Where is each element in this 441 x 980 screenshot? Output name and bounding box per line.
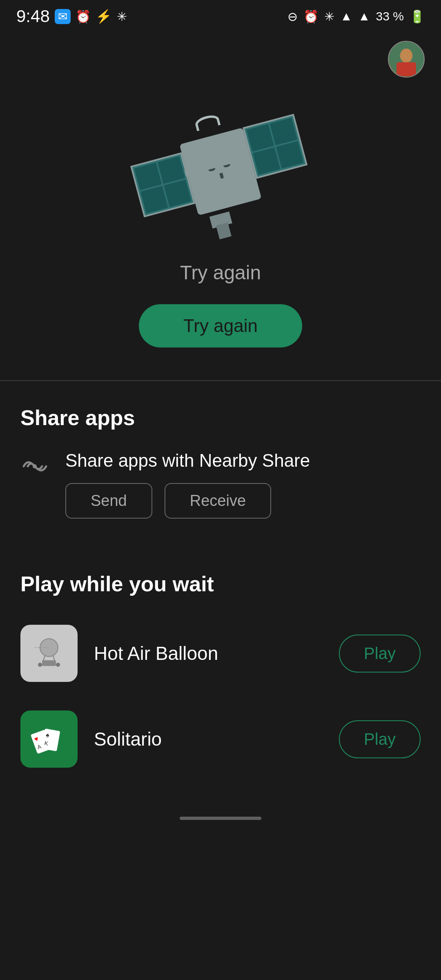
play-section: Play while you wait Hot Air Balloon Play [0, 555, 441, 804]
satellite-wrapper [121, 86, 321, 257]
signal-icon: ▲ [358, 9, 370, 23]
solitaire-game-name: Solitario [94, 728, 323, 750]
svg-point-4 [33, 464, 37, 468]
battery-text: 33 % [376, 9, 404, 23]
solitaire-game-icon: ♥ A ♠ K [20, 710, 78, 768]
play-section-title: Play while you wait [20, 572, 421, 596]
nearby-share-title: Share apps with Nearby Share [65, 450, 421, 471]
status-right: ⊖ ⏰ ✳ ▲ ▲ 33 % 🔋 [287, 9, 425, 24]
svg-rect-9 [42, 660, 56, 666]
svg-rect-3 [396, 62, 416, 76]
alarm2-icon: ⏰ [303, 9, 318, 24]
home-indicator [0, 804, 441, 828]
satellite-dish [194, 113, 221, 131]
satellite-face [207, 161, 233, 181]
balloon-game-icon [20, 625, 78, 682]
satellite-mouth [219, 173, 224, 179]
bluetooth-icon: ✳ [324, 9, 334, 24]
nearby-share-icon [20, 454, 49, 478]
receive-button[interactable]: Receive [165, 483, 271, 519]
try-again-button[interactable]: Try again [139, 304, 302, 347]
satellite-right-eye [223, 161, 231, 168]
satellite-eyes [207, 161, 231, 172]
nearby-share-buttons: Send Receive [65, 483, 421, 519]
nearby-share-content: Share apps with Nearby Share Send Receiv… [65, 450, 421, 519]
avatar[interactable] [388, 41, 425, 78]
satellite-bottom2 [216, 223, 232, 240]
nearby-share-row: Share apps with Nearby Share Send Receiv… [20, 450, 421, 519]
wifi-icon: ▲ [340, 9, 352, 23]
dnd-icon: ⊖ [287, 9, 298, 24]
balloon-game-name: Hot Air Balloon [94, 642, 323, 664]
try-again-label: Try again [180, 261, 261, 284]
game-item-solitaire: ♥ A ♠ K Solitario Play [20, 702, 421, 776]
send-button[interactable]: Send [65, 483, 152, 519]
balloon-play-button[interactable]: Play [339, 635, 421, 673]
profile-section [0, 33, 441, 82]
share-apps-title: Share apps [20, 405, 421, 430]
fan-icon: ✳ [117, 9, 127, 24]
svg-point-10 [38, 663, 42, 667]
share-apps-section: Share apps Share apps with Nearby Share … [0, 381, 441, 555]
satellite-left-eye [207, 165, 216, 172]
try-again-section: Try again Try again [0, 253, 441, 380]
battery-icon: 🔋 [410, 9, 425, 24]
workout-icon: ⚡ [96, 9, 112, 24]
status-bar: 9:48 ✉ ⏰ ⚡ ✳ ⊖ ⏰ ✳ ▲ ▲ 33 % 🔋 [0, 0, 441, 33]
satellite-illustration [0, 82, 441, 253]
home-bar [180, 817, 261, 820]
svg-point-1 [400, 49, 413, 62]
solitaire-play-button[interactable]: Play [339, 720, 421, 758]
alarm-icon: ⏰ [76, 9, 91, 24]
status-time: 9:48 [16, 7, 50, 26]
game-item-balloon: Hot Air Balloon Play [20, 617, 421, 690]
message-icon: ✉ [55, 9, 71, 24]
svg-point-11 [56, 663, 60, 667]
